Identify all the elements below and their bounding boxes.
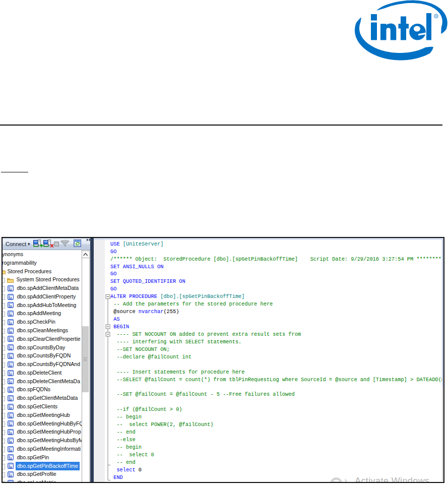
svg-text:R: R <box>435 15 437 18</box>
